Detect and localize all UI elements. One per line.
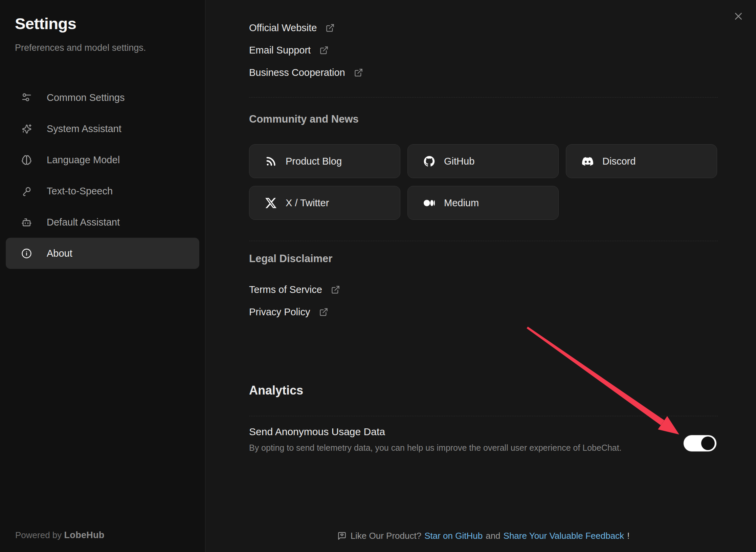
sliders-icon bbox=[21, 92, 32, 103]
sidebar-item-label: Text-to-Speech bbox=[47, 186, 113, 197]
external-link-icon bbox=[319, 46, 329, 55]
usage-toggle[interactable] bbox=[684, 435, 716, 451]
button-label: Discord bbox=[602, 156, 636, 167]
github-button[interactable]: GitHub bbox=[407, 144, 559, 178]
link-label: Privacy Policy bbox=[249, 306, 310, 318]
sidebar-item-label: About bbox=[47, 248, 72, 259]
external-link-icon bbox=[319, 307, 328, 317]
x-twitter-button[interactable]: X / Twitter bbox=[249, 186, 400, 220]
sidebar-item-common-settings[interactable]: Common Settings bbox=[6, 82, 199, 113]
external-link-icon bbox=[326, 23, 335, 33]
star-on-github-link[interactable]: Star on GitHub bbox=[424, 531, 483, 541]
page-subtitle: Preferences and model settings. bbox=[15, 43, 146, 53]
divider bbox=[249, 416, 718, 416]
usage-data-setting: Send Anonymous Usage Data By opting to s… bbox=[249, 425, 718, 453]
toggle-knob bbox=[701, 437, 715, 450]
brain-icon bbox=[21, 155, 32, 165]
external-link-icon bbox=[354, 68, 363, 77]
about-content: Contact Us Official Website Email Suppor… bbox=[249, 0, 718, 552]
x-twitter-icon bbox=[265, 197, 276, 209]
button-label: Product Blog bbox=[286, 156, 342, 167]
business-cooperation-link[interactable]: Business Cooperation bbox=[249, 61, 363, 84]
sidebar-item-label: Common Settings bbox=[47, 92, 125, 103]
info-icon bbox=[21, 248, 32, 259]
page-title: Settings bbox=[15, 14, 76, 33]
github-icon bbox=[424, 156, 435, 167]
privacy-policy-link[interactable]: Privacy Policy bbox=[249, 301, 328, 323]
powered-by: Powered by LobeHub bbox=[15, 530, 105, 540]
footer-message: Like Our Product? Star on GitHub and Sha… bbox=[249, 528, 718, 543]
sidebar-item-label: System Assistant bbox=[47, 123, 121, 134]
button-label: X / Twitter bbox=[286, 197, 329, 209]
medium-button[interactable]: Medium bbox=[407, 186, 559, 220]
rss-icon bbox=[265, 156, 276, 167]
official-website-link[interactable]: Official Website bbox=[249, 17, 335, 39]
footer-conjunction: and bbox=[486, 531, 500, 541]
link-label: Terms of Service bbox=[249, 284, 322, 295]
email-support-link[interactable]: Email Support bbox=[249, 39, 329, 61]
robot-icon bbox=[21, 217, 32, 228]
medium-icon bbox=[424, 197, 435, 209]
close-button[interactable] bbox=[732, 9, 745, 23]
link-label: Business Cooperation bbox=[249, 67, 345, 78]
terms-of-service-link[interactable]: Terms of Service bbox=[249, 278, 340, 301]
settings-sidebar: Settings Preferences and model settings.… bbox=[0, 0, 205, 552]
sidebar-item-default-assistant[interactable]: Default Assistant bbox=[6, 207, 199, 238]
discord-icon bbox=[582, 156, 593, 167]
usage-setting-label: Send Anonymous Usage Data bbox=[249, 425, 718, 439]
sidebar-item-language-model[interactable]: Language Model bbox=[6, 144, 199, 175]
divider bbox=[249, 97, 718, 98]
contact-heading: Contact Us bbox=[249, 0, 305, 3]
sidebar-item-system-assistant[interactable]: System Assistant bbox=[6, 113, 199, 144]
footer-prefix: Like Our Product? bbox=[351, 531, 422, 541]
footer-suffix: ! bbox=[627, 531, 629, 541]
analytics-heading: Analytics bbox=[249, 383, 303, 398]
external-link-icon bbox=[331, 285, 340, 294]
feedback-bubble-icon bbox=[337, 531, 347, 540]
product-blog-button[interactable]: Product Blog bbox=[249, 144, 400, 178]
powered-by-text: Powered by bbox=[15, 530, 62, 540]
about-settings-panel: Contact Us Official Website Email Suppor… bbox=[206, 0, 756, 552]
usage-setting-description: By opting to send telemetry data, you ca… bbox=[249, 443, 718, 453]
sidebar-item-text-to-speech[interactable]: Text-to-Speech bbox=[6, 175, 199, 207]
community-heading: Community and News bbox=[249, 113, 359, 125]
microphone-icon bbox=[21, 186, 32, 196]
button-label: Medium bbox=[444, 197, 479, 209]
link-label: Official Website bbox=[249, 22, 317, 34]
sidebar-item-label: Language Model bbox=[47, 154, 120, 166]
community-buttons: Product Blog GitHub Discord X / Twitter bbox=[249, 144, 719, 220]
divider bbox=[249, 241, 718, 241]
link-label: Email Support bbox=[249, 45, 311, 56]
settings-nav: Common Settings System Assistant Languag… bbox=[6, 82, 199, 269]
sidebar-item-label: Default Assistant bbox=[47, 217, 120, 228]
share-feedback-link[interactable]: Share Your Valuable Feedback bbox=[504, 531, 624, 541]
sparkles-icon bbox=[21, 124, 32, 134]
legal-heading: Legal Disclaimer bbox=[249, 253, 332, 265]
sidebar-item-about[interactable]: About bbox=[6, 238, 199, 269]
close-icon bbox=[733, 11, 743, 21]
lobehub-brand[interactable]: LobeHub bbox=[64, 530, 105, 540]
button-label: GitHub bbox=[444, 156, 474, 167]
discord-button[interactable]: Discord bbox=[566, 144, 717, 178]
